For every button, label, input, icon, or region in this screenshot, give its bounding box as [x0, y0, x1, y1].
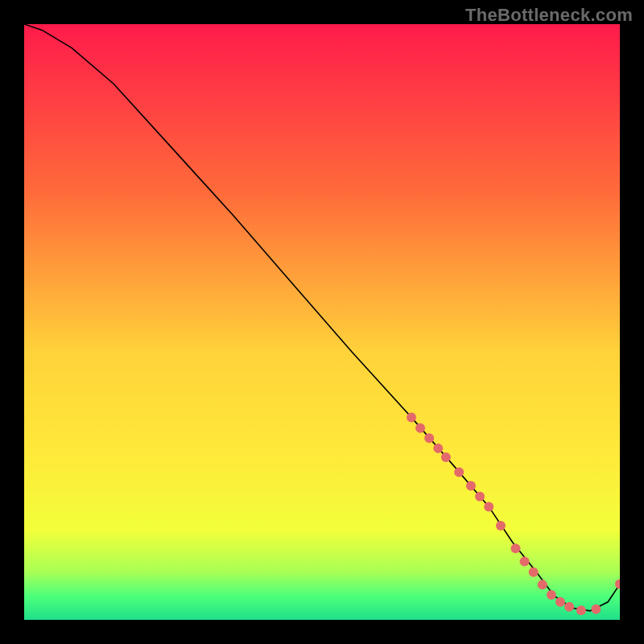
- marker-point: [511, 543, 521, 553]
- marker-point: [538, 580, 547, 589]
- marker-point: [433, 444, 443, 453]
- marker-point: [576, 605, 586, 615]
- marker-point: [547, 590, 556, 600]
- marker-point: [484, 502, 493, 511]
- marker-point: [591, 605, 601, 614]
- marker-point: [466, 481, 476, 491]
- marker-point: [564, 602, 574, 612]
- chart-svg: [24, 24, 620, 620]
- chart-background: [24, 24, 620, 620]
- marker-point: [415, 423, 425, 433]
- plot-area: [24, 24, 620, 620]
- watermark-text: TheBottleneck.com: [465, 5, 633, 26]
- marker-point: [520, 556, 530, 566]
- marker-point: [529, 568, 539, 577]
- marker-point: [424, 433, 434, 443]
- chart-stage: TheBottleneck.com: [0, 0, 644, 644]
- marker-point: [407, 412, 416, 422]
- marker-point: [454, 467, 464, 477]
- marker-point: [475, 492, 485, 502]
- marker-point: [555, 597, 565, 607]
- marker-point: [496, 521, 506, 530]
- marker-point: [441, 452, 451, 462]
